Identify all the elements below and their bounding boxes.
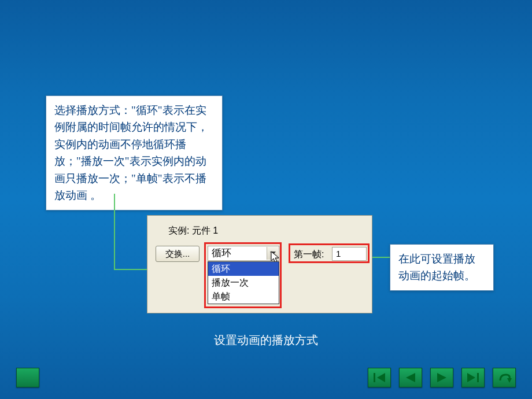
loop-option-loop[interactable]: 循环 [208,262,279,276]
svg-rect-2 [374,373,375,382]
loop-dropdown[interactable]: 循环 播放一次 单帧 [208,261,279,304]
svg-marker-4 [406,373,415,382]
loop-option-single[interactable]: 单帧 [208,290,279,304]
instance-row: 实例: 元件 1 [168,225,218,237]
svg-marker-8 [507,378,512,383]
slide-caption: 设置动画的播放方式 [0,332,532,348]
properties-panel: 实例: 元件 1 交换... 循环 循环 播放一次 单帧 第一帧: 1 [147,215,372,313]
svg-marker-5 [437,373,446,382]
leader-line [114,194,115,269]
callout-play-mode-text: 选择播放方式："循环"表示在实例附属的时间帧允许的情况下，实例内的动画不停地循环… [54,104,208,201]
svg-rect-7 [477,373,479,382]
nav-prev-button[interactable] [399,368,422,387]
svg-marker-3 [377,373,385,382]
instance-name: 元件 1 [192,226,218,235]
first-frame-label: 第一帧: [294,249,324,261]
highlight-loop-box: 循环 循环 播放一次 单帧 [204,242,282,308]
chevron-down-icon[interactable] [267,247,278,260]
first-frame-input[interactable]: 1 [332,247,367,261]
nav-return-button[interactable] [493,368,516,387]
swap-button[interactable]: 交换... [156,246,200,262]
nav-bar [368,368,516,387]
first-icon [372,372,386,383]
leader-line [114,269,147,270]
loop-option-once[interactable]: 播放一次 [208,276,279,290]
callout-first-frame-text: 在此可设置播放动画的起始帧。 [398,253,475,282]
callout-play-mode: 选择播放方式："循环"表示在实例附属的时间帧允许的情况下，实例内的动画不停地循环… [46,95,223,210]
leader-line [371,257,390,258]
first-frame-value: 1 [336,249,341,258]
instance-label: 实例: [168,226,189,235]
callout-first-frame: 在此可设置播放动画的起始帧。 [390,244,494,291]
prev-icon [404,372,418,383]
svg-marker-6 [467,373,475,382]
loop-combobox[interactable]: 循环 [208,246,279,261]
last-icon [466,372,480,383]
loop-selected-value: 循环 [212,247,231,258]
swap-button-label: 交换... [165,249,190,258]
return-icon [497,371,512,384]
nav-first-button[interactable] [368,368,391,387]
next-icon [435,372,449,383]
highlight-first-frame-box: 第一帧: 1 [289,243,370,263]
svg-marker-0 [270,252,276,255]
nav-last-button[interactable] [461,368,485,387]
nav-next-button[interactable] [430,368,453,387]
nav-placeholder [16,368,39,387]
